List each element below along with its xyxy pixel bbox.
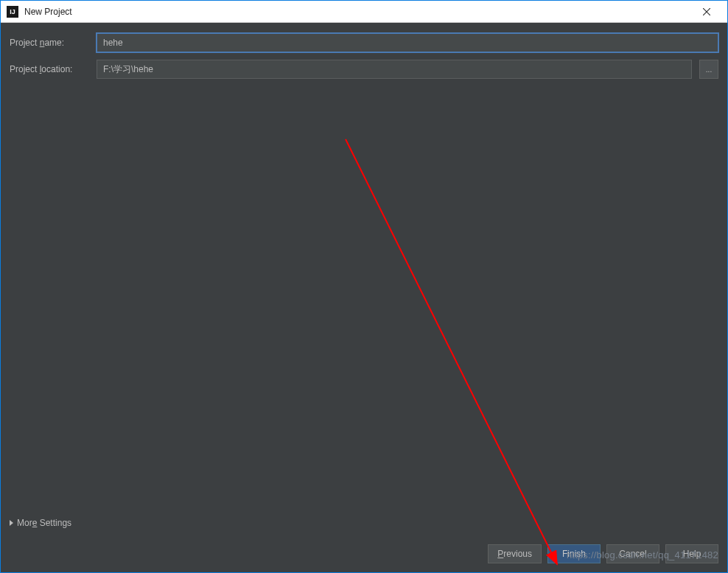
project-name-input[interactable] xyxy=(97,33,718,52)
finish-button[interactable]: Finish xyxy=(547,544,601,563)
more-settings-label: More Settings xyxy=(17,518,71,528)
chevron-right-icon xyxy=(10,520,13,526)
previous-button[interactable]: Previous xyxy=(488,544,542,563)
browse-button[interactable]: ... xyxy=(699,60,718,79)
window-title: New Project xyxy=(24,7,692,17)
app-icon: IJ xyxy=(7,6,18,18)
project-location-input[interactable] xyxy=(97,60,692,79)
cancel-button[interactable]: Cancel xyxy=(606,544,659,563)
project-location-label: Project location: xyxy=(10,64,89,74)
content-area: Project name: Project location: ... More… xyxy=(1,23,727,572)
help-button[interactable]: Help xyxy=(665,544,718,563)
project-name-row: Project name: xyxy=(10,33,718,52)
title-bar: IJ New Project xyxy=(1,1,727,23)
more-settings-toggle[interactable]: More Settings xyxy=(10,513,718,538)
project-location-row: Project location: ... xyxy=(10,60,718,79)
project-name-label: Project name: xyxy=(10,38,89,48)
button-bar: Previous Finish Cancel Help xyxy=(10,538,718,563)
close-icon xyxy=(703,8,710,15)
close-button[interactable] xyxy=(692,1,721,22)
